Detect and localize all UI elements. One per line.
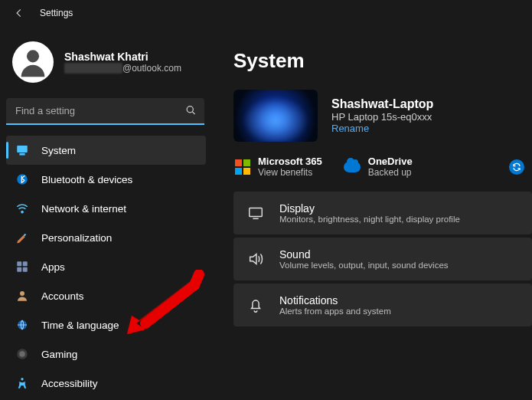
sidebar-item-label: Accounts (41, 290, 84, 302)
device-model: HP Laptop 15s-eq0xxx (331, 111, 433, 123)
bell-icon (247, 297, 264, 313)
avatar (12, 41, 54, 83)
ms365-status[interactable]: Microsoft 365 View benefits (235, 156, 322, 178)
card-title: Display (279, 202, 460, 215)
device-summary: Shashwat-Laptop HP Laptop 15s-eq0xxx Ren… (233, 90, 532, 142)
apps-icon (15, 260, 29, 274)
svg-point-0 (27, 50, 39, 62)
person-icon (15, 289, 29, 303)
sidebar-item-personalization[interactable]: Personalization (6, 223, 206, 252)
sidebar-item-label: Time & language (41, 320, 119, 331)
svg-rect-2 (17, 146, 28, 152)
microsoft-logo-icon (235, 159, 250, 175)
sidebar-item-apps[interactable]: Apps (6, 252, 206, 281)
sidebar-item-system[interactable]: System (6, 136, 206, 165)
user-profile[interactable]: Shashwat Khatri xxxxxxxxxxxx@outlook.com (6, 32, 211, 95)
card-title: Sound (279, 248, 449, 261)
card-sound[interactable]: Sound Volume levels, output, input, soun… (233, 238, 532, 280)
page-title: System (233, 49, 532, 73)
sidebar-item-label: Bluetooth & devices (41, 174, 132, 185)
accessibility-icon (15, 376, 29, 390)
ms365-sub: View benefits (258, 167, 322, 178)
display-icon (247, 205, 264, 221)
brush-icon (15, 231, 29, 244)
rename-link[interactable]: Rename (331, 123, 433, 134)
onedrive-sub: Backed up (368, 167, 413, 178)
sound-icon (247, 251, 264, 267)
window-title: Settings (40, 8, 73, 18)
sidebar-item-label: Gaming (41, 349, 77, 360)
svg-point-5 (21, 211, 23, 212)
svg-point-1 (187, 106, 193, 112)
svg-rect-3 (20, 154, 24, 156)
sidebar-item-accounts[interactable]: Accounts (6, 281, 206, 310)
svg-rect-6 (17, 261, 21, 266)
sidebar-item-network[interactable]: Network & internet (6, 194, 206, 223)
svg-rect-9 (23, 267, 28, 272)
sidebar-item-label: Accessibility (41, 378, 98, 389)
ms365-title: Microsoft 365 (258, 156, 322, 167)
user-name: Shashwat Khatri (64, 51, 181, 63)
card-desc: Alerts from apps and system (279, 307, 391, 316)
onedrive-title: OneDrive (368, 156, 413, 167)
onedrive-status[interactable]: OneDrive Backed up (344, 156, 413, 178)
card-title: Notifications (279, 294, 391, 307)
sidebar-item-accessibility[interactable]: Accessibility (6, 369, 206, 398)
card-desc: Volume levels, output, input, sound devi… (279, 261, 449, 270)
search-input[interactable] (6, 98, 204, 125)
back-button[interactable] (12, 6, 26, 20)
wallpaper-thumb[interactable] (233, 90, 318, 142)
bluetooth-icon (15, 172, 29, 186)
sidebar-item-label: Personalization (41, 232, 112, 244)
sidebar-item-label: System (41, 145, 76, 156)
sidebar-item-time-language[interactable]: Time & language (6, 310, 206, 339)
card-desc: Monitors, brightness, night light, displ… (279, 215, 460, 224)
svg-point-4 (17, 174, 28, 185)
sidebar-item-gaming[interactable]: Gaming (6, 339, 206, 369)
onedrive-icon (344, 162, 361, 172)
search-box[interactable] (6, 98, 204, 125)
card-display[interactable]: Display Monitors, brightness, night ligh… (233, 192, 532, 234)
card-notifications[interactable]: Notifications Alerts from apps and syste… (233, 284, 532, 326)
sidebar-item-label: Network & internet (41, 203, 126, 215)
svg-rect-8 (17, 267, 21, 272)
globe-icon (15, 318, 29, 332)
settings-list: Display Monitors, brightness, night ligh… (233, 192, 532, 326)
svg-rect-15 (250, 208, 263, 217)
device-name: Shashwat-Laptop (331, 97, 433, 111)
sync-icon[interactable] (509, 159, 524, 175)
main-pane: System Shashwat-Laptop HP Laptop 15s-eq0… (211, 26, 532, 400)
status-row: Microsoft 365 View benefits OneDrive Bac… (233, 156, 532, 178)
user-email: xxxxxxxxxxxx@outlook.com (64, 63, 181, 74)
svg-point-13 (19, 351, 25, 357)
wifi-icon (15, 202, 29, 215)
svg-point-14 (21, 378, 23, 380)
sidebar-item-bluetooth[interactable]: Bluetooth & devices (6, 165, 206, 194)
search-icon (185, 104, 197, 119)
sidebar: Shashwat Khatri xxxxxxxxxxxx@outlook.com… (0, 26, 211, 400)
gaming-icon (15, 347, 29, 361)
svg-point-10 (20, 291, 24, 296)
title-bar: Settings (0, 0, 532, 26)
sidebar-item-label: Apps (41, 261, 65, 273)
system-icon (15, 143, 29, 157)
svg-rect-7 (23, 261, 28, 266)
nav-list: System Bluetooth & devices Network & int… (6, 136, 211, 398)
